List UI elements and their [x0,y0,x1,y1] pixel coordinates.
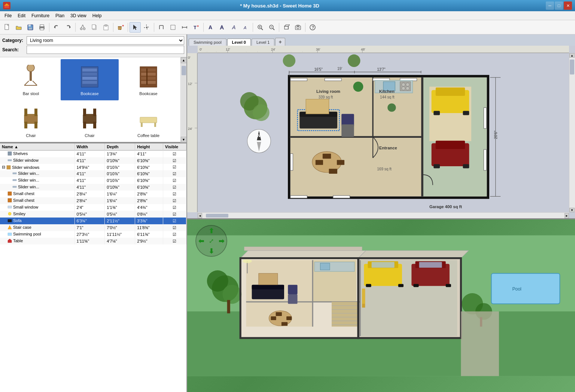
table-row[interactable]: Slider win... 4'11" 0'10⅞" 6'10⅝" ☑ [0,177,186,184]
table-row[interactable]: Table 1'11⅝" 4'7⅛" 2'9½" ☑ [0,238,186,244]
add-furniture-button[interactable]: + [115,22,126,33]
grid-scroll-up[interactable]: ▲ [181,57,187,63]
table-row[interactable]: Small chest 2'8¼" 1'6¼" 2'8⅝" ☑ [0,191,186,197]
text-style-bold[interactable]: A [205,22,216,33]
svg-rect-167 [329,169,337,174]
row-width: 4'11" [74,184,105,191]
create-dimension-button[interactable] [179,22,190,33]
menu-furniture[interactable]: Furniture [28,12,52,19]
table-row[interactable]: Small window 2'4" 1'1⅜" 4'4¾" ☑ [0,204,186,211]
photo-button[interactable] [292,22,304,33]
furniture-item-bar-stool[interactable]: Bar stool [2,59,60,100]
nav-up[interactable]: ⬆ [209,227,214,235]
paste-button[interactable] [100,22,112,33]
svg-point-173 [402,86,405,90]
text-style-small[interactable]: A [240,22,251,33]
svg-rect-85 [8,152,12,155]
menu-file[interactable]: File [1,12,15,19]
menu-plan[interactable]: Plan [52,12,67,19]
svg-rect-239 [413,284,419,287]
save-button[interactable] [25,22,36,33]
svg-rect-152 [290,154,293,170]
svg-rect-86 [8,159,12,161]
tab-level0[interactable]: Level 0 [227,39,251,46]
redo-button[interactable] [63,22,74,33]
table-row[interactable]: Swimming pool 27'3½" 11'11½" 6'11⅜" ☑ [0,231,186,238]
bookcase1-icon [77,64,103,90]
svg-rect-76 [34,122,37,128]
minimize-button[interactable]: ─ [546,1,554,10]
table-row[interactable]: Smiley 0'5¼" 0'5¼" 0'8¼" ☑ [0,211,186,218]
help-button[interactable]: ? [307,22,318,33]
menu-edit[interactable]: Edit [15,12,28,19]
plan-content[interactable]: N 16'5" 13'7" [198,53,569,212]
create-room-button[interactable] [167,22,179,33]
create-label-button[interactable]: T+ [191,22,202,33]
cut-button[interactable] [77,22,88,33]
3d-view-button[interactable] [281,22,292,33]
tab-swimming-pool[interactable]: Swimming pool [189,39,226,46]
col-width[interactable]: Width [74,143,105,151]
furniture-item-chair1[interactable]: Chair [2,101,60,142]
nav-center[interactable]: ⤢ [209,237,214,244]
search-input[interactable] [27,46,184,54]
new-button[interactable] [1,22,13,33]
svg-point-174 [406,86,409,90]
furniture-item-chair2[interactable]: Chair [61,101,119,142]
table-row[interactable]: Small chest 2'8¼" 1'6¼" 2'8⅝" ☑ [0,197,186,204]
furniture-item-bookcase2[interactable]: Bookcase [119,59,177,100]
select-button[interactable] [130,22,141,33]
category-select[interactable]: Living room Bedroom Kitchen Bathroom Off… [27,36,184,45]
maximize-button[interactable]: □ [555,1,563,10]
plan-hscrollbar[interactable]: ◄ ► [198,212,569,218]
table-row[interactable]: Shelves 4'11" 1'3¾" 4'11" ☑ [0,151,186,158]
row-visible: ☑ [163,238,186,244]
svg-rect-83 [141,122,143,127]
col-depth[interactable]: Depth [105,143,135,151]
row-visible: ☑ [163,164,186,170]
tab-level1[interactable]: Level 1 [252,39,274,46]
open-button[interactable] [13,22,24,33]
row-depth: 11'11½" [105,231,135,238]
grid-scroll-down[interactable]: ▼ [181,137,187,143]
undo-button[interactable] [51,22,62,33]
table-row[interactable]: Slider win... 4'11" 0'10⅞" 6'10⅝" ☑ [0,170,186,177]
create-wall-button[interactable] [156,22,167,33]
menu-help[interactable]: Help [89,12,105,19]
zoom-out-button[interactable] [266,22,277,33]
copy-button[interactable] [89,22,100,33]
menu-3dview[interactable]: 3D view [67,12,89,19]
svg-rect-253 [461,312,499,376]
svg-rect-63 [82,73,97,76]
svg-rect-212 [252,285,284,289]
print-button[interactable] [36,22,48,33]
row-depth: 1'3¾" [105,151,135,158]
svg-rect-235 [398,284,404,287]
table-row-sofa[interactable]: Sofa 6'3¾" 2'11½" 3'3⅜" ☑ [0,218,186,224]
nav-left[interactable]: ⬅ [198,237,204,245]
zoom-in-button[interactable] [255,22,266,33]
col-visible[interactable]: Visible [163,143,186,151]
table-row[interactable]: Stair case 7'1" 7'0½" 11'8⅜" ☑ [0,224,186,231]
nav-down[interactable]: ⬇ [209,247,214,255]
table-row[interactable]: Slider window 4'11" 0'10⅝" 6'10⅝" ☑ [0,157,186,164]
add-level-tab[interactable]: + [275,38,285,46]
svg-text:144 sq ft: 144 sq ft [380,95,395,99]
close-button[interactable]: ✕ [564,1,572,10]
table-row[interactable]: Slider win... 4'11" 0'10⅝" 6'10⅝" ☑ [0,184,186,191]
col-height[interactable]: Height [135,143,163,151]
text-style-italic[interactable]: A [228,22,240,33]
ruler-top: 0' 12' 24' 36' 48' [198,46,569,53]
furniture-item-bookcase1[interactable]: Bookcase [61,59,119,100]
text-style-outline[interactable]: A [217,22,228,33]
pan-button[interactable] [141,22,152,33]
svg-rect-87 [7,165,10,169]
row-height: 2'8⅝" [135,197,163,204]
svg-marker-98 [8,239,12,243]
furniture-item-coffee-table[interactable]: Coffee table [119,101,177,142]
plan-vscrollbar[interactable]: ▲ ▼ [569,53,575,212]
svg-text:A: A [220,24,224,30]
table-row[interactable]: ⊟ Slider windows 14'9⅛" 0'10⅞" 6'10⅝" ☑ [0,164,186,170]
nav-right[interactable]: ➡ [219,237,224,245]
col-name[interactable]: Name ▲ [0,143,74,151]
